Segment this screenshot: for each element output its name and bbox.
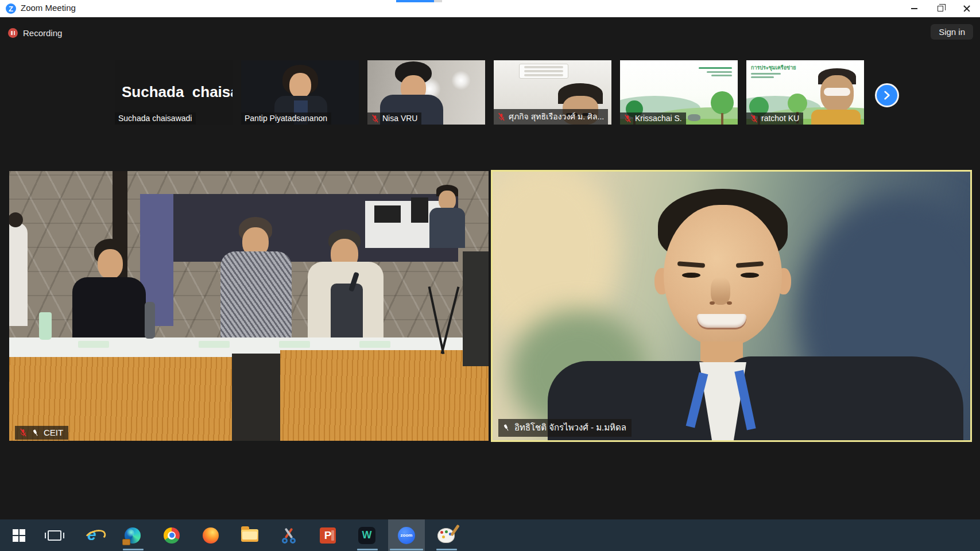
snipping-tool-icon bbox=[281, 527, 297, 544]
file-explorer-button[interactable] bbox=[232, 519, 268, 551]
task-view-icon bbox=[48, 530, 61, 541]
slide-title: การประชุมเครือข่าย bbox=[751, 64, 796, 72]
participant-name: ratchot KU bbox=[761, 114, 799, 123]
firefox-button[interactable] bbox=[193, 519, 228, 551]
video-tile-ceit[interactable]: CEIT bbox=[9, 171, 489, 441]
participant-thumb-suchada[interactable]: Suchada chaisa... Suchada chaisawadi bbox=[115, 60, 233, 125]
tile-name: CEIT bbox=[44, 428, 63, 437]
zoom-app-icon: Z bbox=[6, 3, 16, 14]
participant-name: Pantip Piyatadsananon bbox=[245, 114, 327, 123]
pin-icon bbox=[32, 429, 40, 437]
paint-button[interactable] bbox=[428, 519, 464, 551]
muted-mic-icon bbox=[19, 428, 28, 437]
powerpoint-button[interactable]: P bbox=[310, 519, 346, 551]
edge-icon bbox=[125, 527, 141, 544]
recording-label: Recording bbox=[23, 28, 62, 38]
task-view-button[interactable] bbox=[37, 519, 72, 551]
toolbar-peek-accent[interactable] bbox=[396, 0, 434, 2]
next-page-button[interactable] bbox=[875, 83, 899, 107]
participant-thumb-pantip[interactable]: Pantip Piyatadsananon bbox=[241, 60, 359, 125]
recording-pause-icon[interactable] bbox=[8, 28, 18, 38]
internet-explorer-button[interactable]: e bbox=[76, 519, 111, 551]
windows-taskbar: e P W zoom bbox=[0, 519, 980, 551]
toolbar-peek[interactable] bbox=[434, 0, 442, 2]
internet-explorer-icon: e bbox=[85, 527, 102, 544]
paint-icon bbox=[437, 528, 455, 543]
firefox-icon bbox=[203, 527, 219, 544]
participant-thumb-krissachai[interactable]: Krissachai S. bbox=[620, 60, 738, 125]
tile-name: อิทธิโชติ จักรไพวงศ์ - ม.มหิดล bbox=[514, 421, 626, 434]
close-button[interactable] bbox=[954, 0, 980, 17]
participant-thumb-nisa[interactable]: Nisa VRU bbox=[367, 60, 485, 125]
windows-logo-icon bbox=[13, 529, 25, 542]
muted-mic-icon bbox=[371, 114, 379, 123]
zoom-taskbar-icon: zoom bbox=[398, 527, 415, 544]
restore-button[interactable] bbox=[927, 0, 954, 17]
elephant-figure bbox=[688, 114, 700, 121]
participant-name: ศุภกิจ สุทธิเรืองวงศ์ ม. ศิล... bbox=[509, 110, 604, 123]
webex-button[interactable]: W bbox=[349, 519, 385, 551]
briefcase-overlay-icon bbox=[122, 539, 130, 545]
muted-mic-icon bbox=[497, 112, 506, 121]
participant-thumb-supakij[interactable]: ศุภกิจ สุทธิเรืองวงศ์ ม. ศิล... bbox=[494, 60, 611, 125]
edge-button[interactable] bbox=[115, 519, 150, 551]
recording-indicator[interactable]: Recording bbox=[8, 25, 62, 40]
sign-in-button[interactable]: Sign in bbox=[931, 24, 973, 40]
chevron-right-icon bbox=[882, 90, 892, 100]
participant-name: Suchada chaisawadi bbox=[118, 114, 192, 123]
powerpoint-icon: P bbox=[320, 527, 336, 544]
participant-thumb-ratchot[interactable]: การประชุมเครือข่าย ra bbox=[746, 60, 864, 125]
start-button[interactable] bbox=[1, 519, 37, 551]
webex-icon: W bbox=[358, 527, 375, 544]
snipping-tool-button[interactable] bbox=[271, 519, 307, 551]
participant-name: Nisa VRU bbox=[382, 114, 417, 123]
video-tile-active-speaker[interactable]: อิทธิโชติ จักรไพวงศ์ - ม.มหิดล bbox=[491, 170, 972, 442]
chrome-icon bbox=[164, 527, 180, 544]
minimize-button[interactable] bbox=[901, 0, 927, 17]
zoom-app-button[interactable]: zoom bbox=[389, 519, 424, 551]
title-bar: Z Zoom Meeting bbox=[0, 0, 980, 17]
muted-mic-icon bbox=[623, 114, 632, 123]
file-explorer-icon bbox=[241, 529, 258, 542]
zoom-meeting-window: Z Zoom Meeting Recording Sign in Suchada… bbox=[0, 0, 980, 551]
pin-icon bbox=[502, 424, 510, 432]
muted-mic-icon bbox=[750, 114, 758, 123]
window-title: Zoom Meeting bbox=[21, 3, 76, 13]
participant-initial-text: Suchada chaisa... bbox=[122, 83, 233, 101]
participant-name: Krissachai S. bbox=[635, 114, 682, 123]
chrome-button[interactable] bbox=[154, 519, 189, 551]
